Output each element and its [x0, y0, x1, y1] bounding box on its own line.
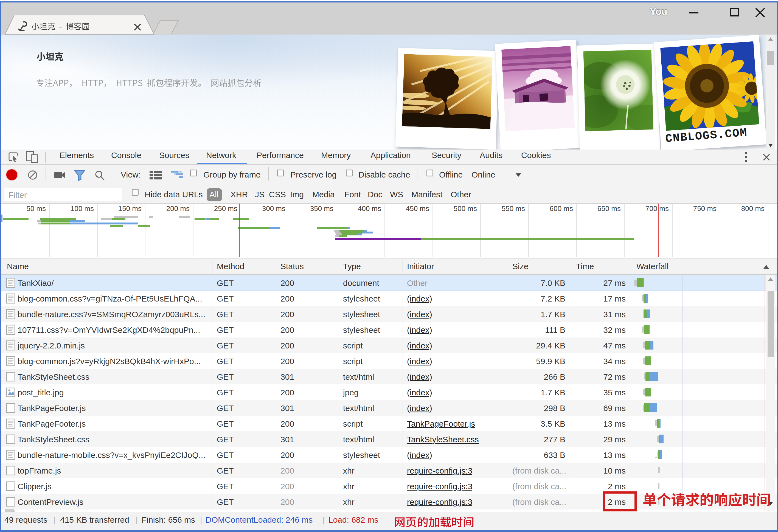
svg-text:700 ms: 700 ms: [645, 204, 669, 213]
svg-text:200 ms: 200 ms: [166, 204, 189, 213]
svg-text:400 ms: 400 ms: [358, 204, 381, 213]
svg-text:250 ms: 250 ms: [214, 204, 237, 213]
svg-text:500 ms: 500 ms: [454, 204, 477, 213]
svg-text:450 ms: 450 ms: [406, 204, 429, 213]
svg-text:800 ms: 800 ms: [741, 204, 765, 213]
svg-text:350 ms: 350 ms: [310, 204, 333, 213]
svg-text:550 ms: 550 ms: [502, 204, 525, 213]
svg-text:600 ms: 600 ms: [550, 204, 573, 213]
svg-text:150 ms: 150 ms: [118, 204, 142, 213]
svg-text:50 ms: 50 ms: [26, 204, 46, 213]
svg-text:650 ms: 650 ms: [598, 204, 621, 213]
svg-text:100 ms: 100 ms: [71, 204, 94, 213]
svg-text:300 ms: 300 ms: [262, 204, 286, 213]
svg-text:750 ms: 750 ms: [693, 204, 716, 213]
